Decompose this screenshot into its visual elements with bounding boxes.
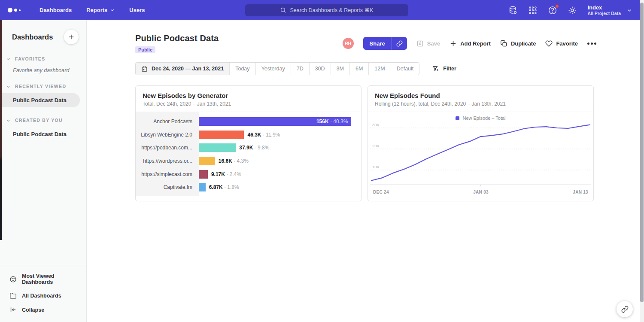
avatar[interactable]: RH <box>343 38 354 49</box>
preset-today[interactable]: Today <box>229 63 255 75</box>
sidebar-footer: Most Viewed DashboardsAll DashboardsColl… <box>0 265 86 322</box>
bar-value-label: 6.87K · 1.8% <box>209 184 239 190</box>
bar-value-label: 16.6K · 4.3% <box>219 158 249 164</box>
bar-value-label: 46.3K · 11.9% <box>247 132 280 138</box>
nav-item-dashboards[interactable]: Dashboards <box>39 7 72 13</box>
bar-segment[interactable] <box>199 157 215 165</box>
floating-link-button[interactable] <box>617 301 633 317</box>
nav-item-reports[interactable]: Reports <box>86 7 115 13</box>
apps-grid-icon[interactable] <box>528 6 538 15</box>
settings-gear-icon[interactable] <box>568 6 577 15</box>
bar-segment[interactable] <box>199 170 208 179</box>
duplicate-icon <box>500 40 507 47</box>
data-management-icon[interactable] <box>508 6 518 15</box>
add-report-button[interactable]: Add Report <box>450 40 491 47</box>
bar-segment[interactable] <box>199 131 244 139</box>
x-axis-labels: DEC 24JAN 03JAN 13 <box>368 188 593 194</box>
bar-row: https://podbean.com...37.9K · 9.8% <box>136 141 361 155</box>
bar-segment[interactable]: 156K · 40.3% <box>199 117 351 126</box>
chart-legend[interactable]: New Episode – Total <box>368 112 593 122</box>
sidebar-item-public-podcast-data[interactable]: Public Podcast Data <box>0 127 86 141</box>
chevron-down-icon <box>6 57 11 61</box>
smiley-icon <box>9 276 17 283</box>
legend-label: New Episode – Total <box>462 115 505 121</box>
share-button[interactable]: Share <box>363 37 392 50</box>
x-tick-label: DEC 24 <box>373 190 389 194</box>
sidebar-footer-all-dashboards[interactable]: All Dashboards <box>0 289 86 303</box>
favorite-button[interactable]: Favorite <box>545 40 578 47</box>
sidebar-title: Dashboards <box>12 33 53 41</box>
bar-row: https://simplecast.com9.17K · 2.4% <box>136 167 361 181</box>
nav-item-users[interactable]: Users <box>129 7 145 13</box>
scrollbar-thumb[interactable] <box>640 3 644 302</box>
sidebar-section-header[interactable]: RECENTLY VIEWED <box>0 75 86 91</box>
save-icon <box>416 40 424 47</box>
card-new-episodes-by-generator: New Episodes by Generator Total, Dec 24t… <box>135 85 361 201</box>
nav-menu: DashboardsReportsUsers <box>39 7 145 13</box>
heart-icon <box>545 40 553 47</box>
more-options-button[interactable] <box>587 43 596 45</box>
bar-segment[interactable] <box>199 183 206 191</box>
card-subtitle: Total, Dec 24th, 2020 – Jan 13th, 2021 <box>143 101 354 107</box>
preset-default[interactable]: Default <box>391 63 419 75</box>
bar-value-label: 37.9K · 9.8% <box>239 145 269 151</box>
card-new-episodes-found: New Episodes Found Rolling (12 hours), t… <box>368 85 594 201</box>
bar-category-label: https://wordpress.or... <box>136 158 199 164</box>
preset-3m[interactable]: 3M <box>331 63 349 75</box>
bar-segment[interactable] <box>199 143 236 152</box>
legend-swatch <box>456 116 459 120</box>
preset-12m[interactable]: 12M <box>368 63 390 75</box>
background-window-edge <box>0 20 2 240</box>
sidebar-item-public-podcast-data[interactable]: Public Podcast Data <box>0 93 80 107</box>
chevron-down-icon <box>627 8 632 13</box>
preset-yesterday[interactable]: Yesterday <box>255 63 291 75</box>
project-switcher[interactable]: Index All Project Data <box>587 4 632 16</box>
public-badge: Public <box>135 46 155 53</box>
save-button[interactable]: Save <box>416 40 440 47</box>
preset-6m[interactable]: 6M <box>349 63 368 75</box>
bar-category-label: Anchor Podcasts <box>136 118 199 125</box>
notification-badge <box>555 4 559 8</box>
bar-row: Anchor Podcasts156K · 40.3% <box>136 115 361 128</box>
scrollbar[interactable] <box>640 0 644 322</box>
top-navbar: DashboardsReportsUsers Search Dashboards… <box>0 0 644 20</box>
bar-category-label: https://podbean.com... <box>136 145 199 151</box>
duplicate-button[interactable]: Duplicate <box>500 40 536 47</box>
app-logo[interactable] <box>8 8 25 12</box>
project-name: Index <box>587 4 621 11</box>
preset-7d[interactable]: 7D <box>291 63 309 75</box>
line-chart: 10K20K30K <box>368 122 593 188</box>
card-subtitle: Rolling (12 hours), total, Dec 24th, 202… <box>375 101 586 107</box>
card-title: New Episodes Found <box>375 92 586 99</box>
bar-row: Libsyn WebEngine 2.046.3K · 11.9% <box>136 128 361 142</box>
share-link-button[interactable] <box>392 37 407 50</box>
bar-value-label: 9.17K · 2.4% <box>211 171 241 177</box>
x-tick-label: JAN 03 <box>473 190 489 194</box>
sidebar: Dashboards FAVORITESFavorite any dashboa… <box>0 20 87 322</box>
bar-chart: Anchor Podcasts156K · 40.3%Libsyn WebEng… <box>136 112 361 200</box>
sidebar-footer-most-viewed-dashboards[interactable]: Most Viewed Dashboards <box>0 270 86 289</box>
date-range-control: Dec 24, 2020 — Jan 13, 2021 TodayYesterd… <box>135 62 419 75</box>
sidebar-section-header[interactable]: CREATED BY YOU <box>0 109 86 125</box>
date-range-picker[interactable]: Dec 24, 2020 — Jan 13, 2021 <box>136 63 229 75</box>
svg-text:10K: 10K <box>372 164 380 169</box>
page-title: Public Podcast Data <box>135 33 219 43</box>
plus-icon <box>450 40 457 47</box>
svg-text:20K: 20K <box>372 143 380 148</box>
date-presets: TodayYesterday7D30D3M6M12MDefault <box>229 63 419 75</box>
collapse-icon <box>9 306 17 313</box>
sidebar-sections: FAVORITESFavorite any dashboardRECENTLY … <box>0 48 86 141</box>
chevron-down-icon <box>6 84 11 89</box>
help-icon[interactable] <box>548 6 557 15</box>
sidebar-section-header[interactable]: FAVORITES <box>0 48 86 64</box>
main-area: Public Podcast Data Public RH Share <box>87 20 640 322</box>
preset-30d[interactable]: 30D <box>309 63 331 75</box>
filter-icon <box>432 65 439 72</box>
chevron-down-icon <box>6 118 11 123</box>
filter-button[interactable]: Filter <box>432 65 456 72</box>
sidebar-footer-collapse[interactable]: Collapse <box>0 303 86 317</box>
x-tick-label: JAN 13 <box>573 190 588 194</box>
search-input[interactable]: Search Dashboards & Reports ⌘K <box>245 4 408 16</box>
add-dashboard-button[interactable] <box>64 30 79 44</box>
search-placeholder: Search Dashboards & Reports ⌘K <box>290 7 373 13</box>
